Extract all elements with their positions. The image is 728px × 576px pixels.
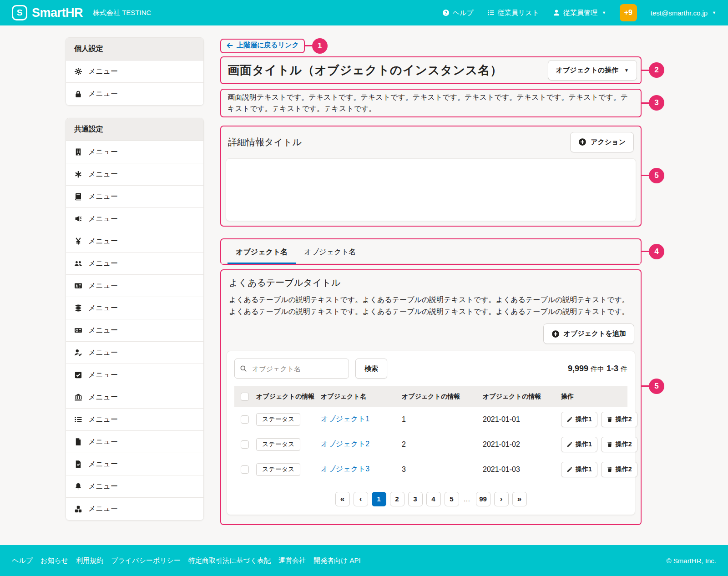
object-date-cell: 2021-01-01 — [483, 407, 561, 432]
row-actions: 操作1 操作2 — [561, 462, 623, 477]
tab-object-name-2[interactable]: オブジェクト名 — [296, 246, 364, 264]
sidebar-section-title: 共通設定 — [66, 118, 203, 141]
employee-list-link[interactable]: 従業員リスト — [487, 9, 539, 17]
sidebar-item-menu[interactable]: メニュー — [66, 498, 203, 520]
detail-header: 詳細情報タイトル アクション — [226, 132, 636, 152]
sidebar-item-menu[interactable]: メニュー — [66, 364, 203, 386]
sidebar-menu-list: メニュー メニュー — [66, 61, 203, 105]
edit-button[interactable]: 操作1 — [561, 412, 597, 427]
pagination-ellipsis: … — [463, 495, 472, 503]
sidebar-item-menu[interactable]: メニュー — [66, 141, 203, 163]
table-panel: 検索 9,999件中1-3件 オブジェクトの情報 オブジェクト名 オブジェクトの… — [227, 351, 635, 515]
header-checkbox-cell — [234, 386, 256, 407]
sidebar-item-menu[interactable]: メニュー — [66, 386, 203, 409]
search-input[interactable] — [234, 359, 349, 379]
annotation-box-5-table: よくあるテーブルタイトル よくあるテーブルの説明テキストです。よくあるテーブルの… — [220, 269, 642, 525]
file-icon — [74, 438, 82, 446]
sidebar-item-menu[interactable]: メニュー — [66, 61, 203, 83]
object-date-cell: 2021-01-02 — [483, 432, 561, 457]
footer-link-help[interactable]: ヘルプ — [12, 556, 33, 565]
object-actions-button[interactable]: オブジェクトの操作 ▼ — [548, 60, 637, 81]
pagination-last-button[interactable]: » — [512, 492, 527, 506]
sidebar-item-menu[interactable]: メニュー — [66, 431, 203, 453]
edit-label: 操作1 — [576, 440, 592, 449]
bell-icon — [74, 482, 82, 490]
sidebar-item-menu[interactable]: メニュー — [66, 163, 203, 186]
smarthr-logo-icon: S — [12, 5, 27, 20]
sidebar-item-menu[interactable]: メニュー — [66, 253, 203, 275]
footer-link-news[interactable]: お知らせ — [40, 556, 68, 565]
pagination-page-5[interactable]: 5 — [445, 492, 459, 506]
footer-link-commerce[interactable]: 特定商取引法に基づく表記 — [188, 556, 271, 565]
account-menu[interactable]: test@smarthr.co.jp ▼ — [651, 9, 716, 17]
add-object-button[interactable]: オブジェクトを追加 — [543, 323, 634, 344]
pagination-next-button[interactable]: › — [494, 492, 509, 506]
pagination-page-1[interactable]: 1 — [372, 492, 386, 506]
delete-button[interactable]: 操作2 — [601, 437, 637, 452]
app-header: S SmartHR 株式会社 TESTINC ヘルプ 従業員リスト 従業員管理 … — [0, 0, 728, 25]
pagination-first-button[interactable]: « — [335, 492, 350, 506]
sidebar-item-menu[interactable]: メニュー — [66, 297, 203, 319]
delete-button[interactable]: 操作2 — [601, 462, 637, 477]
employee-admin-label: 従業員管理 — [563, 9, 597, 17]
sidebar-item-label: メニュー — [88, 237, 118, 246]
plus-circle-icon — [578, 138, 586, 146]
search-button[interactable]: 検索 — [355, 359, 387, 379]
pagination-page-4[interactable]: 4 — [426, 492, 441, 506]
row-checkbox[interactable] — [241, 440, 249, 449]
select-all-checkbox[interactable] — [241, 393, 249, 401]
object-table: オブジェクトの情報 オブジェクト名 オブジェクトの情報 オブジェクトの情報 操作… — [234, 386, 627, 481]
table-row: ステータス オブジェクト3 3 2021-01-03 操作1 操作2 — [234, 457, 627, 482]
detail-panel — [226, 158, 636, 221]
help-link[interactable]: ヘルプ — [442, 9, 474, 17]
header-nav: ヘルプ 従業員リスト 従業員管理 ▼ +9 test@smarthr.co.jp… — [442, 4, 716, 21]
sidebar-item-menu[interactable]: メニュー — [66, 275, 203, 297]
column-header: オブジェクト名 — [321, 386, 402, 407]
back-link[interactable]: 上階層に戻るリンク — [226, 41, 299, 50]
sidebar-item-menu[interactable]: メニュー — [66, 409, 203, 431]
sidebar-item-menu[interactable]: メニュー — [66, 475, 203, 498]
object-link[interactable]: オブジェクト3 — [321, 465, 369, 473]
pagination-page-3[interactable]: 3 — [408, 492, 423, 506]
pagination-page-99[interactable]: 99 — [476, 492, 490, 506]
footer-link-company[interactable]: 運営会社 — [278, 556, 306, 565]
pagination-prev-button[interactable]: ‹ — [354, 492, 368, 506]
pencil-icon — [566, 441, 573, 448]
main-content: 上階層に戻るリンク 1 画面タイトル（オブジェクトのインスタンス名） オブジェク… — [220, 37, 642, 525]
app: S SmartHR 株式会社 TESTINC ヘルプ 従業員リスト 従業員管理 … — [0, 0, 728, 576]
sidebar-item-label: メニュー — [88, 192, 118, 202]
action-button[interactable]: アクション — [570, 132, 634, 152]
sidebar-section-common: 共通設定 メニュー メニュー メニュー メニュー メニュー メニュー メニュー … — [66, 118, 204, 520]
smarthr-logo[interactable]: S SmartHR — [12, 5, 83, 20]
sidebar-item-label: メニュー — [88, 370, 118, 380]
help-label: ヘルプ — [453, 9, 474, 17]
edit-button[interactable]: 操作1 — [561, 437, 597, 452]
row-checkbox[interactable] — [241, 415, 249, 424]
column-header: オブジェクトの情報 — [483, 386, 561, 407]
object-link[interactable]: オブジェクト2 — [321, 440, 369, 448]
pagination-page-2[interactable]: 2 — [390, 492, 404, 506]
sidebar-item-menu[interactable]: メニュー — [66, 342, 203, 364]
sidebar-item-menu[interactable]: メニュー — [66, 453, 203, 475]
employee-admin-menu[interactable]: 従業員管理 ▼ — [553, 9, 606, 17]
employee-list-label: 従業員リスト — [498, 9, 539, 17]
object-link[interactable]: オブジェクト1 — [321, 415, 369, 423]
sidebar-item-label: メニュー — [88, 415, 118, 424]
footer-link-developer-api[interactable]: 開発者向け API — [313, 556, 361, 565]
footer-link-terms[interactable]: 利用規約 — [76, 556, 103, 565]
edit-button[interactable]: 操作1 — [561, 462, 597, 477]
sidebar-item-menu[interactable]: メニュー — [66, 230, 203, 253]
sidebar-item-menu[interactable]: メニュー — [66, 319, 203, 342]
notification-badge[interactable]: +9 — [620, 4, 637, 21]
sidebar-item-menu[interactable]: メニュー — [66, 186, 203, 208]
tab-object-name-1[interactable]: オブジェクト名 — [228, 246, 296, 264]
sidebar-item-menu[interactable]: メニュー — [66, 208, 203, 230]
delete-button[interactable]: 操作2 — [601, 412, 637, 427]
footer-link-privacy[interactable]: プライバシーポリシー — [111, 556, 181, 565]
trash-icon — [607, 466, 613, 473]
users-icon — [74, 259, 82, 268]
row-actions: 操作1 操作2 — [561, 437, 623, 452]
row-checkbox[interactable] — [241, 465, 249, 474]
sidebar-item-menu[interactable]: メニュー — [66, 83, 203, 105]
count-unit: 件 — [621, 365, 627, 373]
